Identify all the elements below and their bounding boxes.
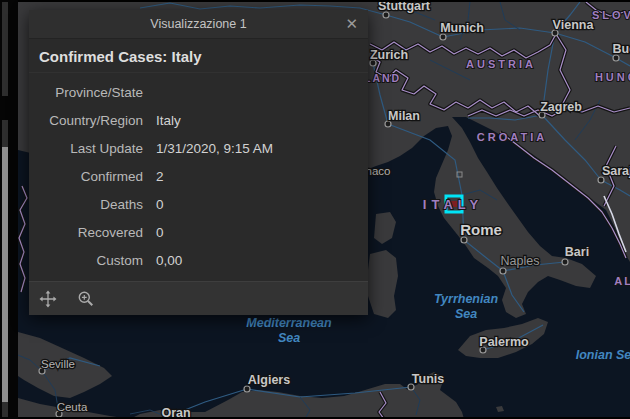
- city-dot: [562, 259, 568, 265]
- city-label: Zagreb: [540, 100, 582, 114]
- city-label: Bari: [565, 245, 589, 259]
- popup-fields: Province/StateCountry/RegionItalyLast Up…: [29, 73, 368, 281]
- city-label: Naples: [501, 254, 540, 268]
- field-row: Last Update1/31/2020, 9:15 AM: [39, 135, 358, 163]
- field-value: 2: [156, 163, 164, 191]
- scrollbar-track-top: [2, 2, 8, 96]
- pan-icon[interactable]: [39, 290, 57, 308]
- field-row: Deaths0: [39, 191, 358, 219]
- field-row: Country/RegionItaly: [39, 107, 358, 135]
- popup-window-title: Visualizzazione 1: [150, 17, 246, 31]
- scrollbar-track-mid: [2, 120, 8, 147]
- popup-title: Confirmed Cases: Italy: [29, 39, 368, 73]
- city-label: Oran: [161, 406, 190, 417]
- field-value: Italy: [156, 107, 181, 135]
- close-icon[interactable]: ✕: [345, 14, 358, 34]
- city-label: Stuttgart: [378, 2, 431, 13]
- city-label: Rome: [460, 221, 502, 238]
- sea-label: MediterraneanSea: [246, 316, 332, 345]
- city-dot: [500, 268, 506, 274]
- city-label: Zurich: [370, 48, 408, 62]
- field-value: 0,00: [156, 247, 182, 275]
- city-label: Budapest: [613, 42, 630, 56]
- city-label: Milan: [388, 109, 420, 123]
- scrollbar-thumb[interactable]: [2, 147, 8, 402]
- country-label: HUNGARY: [595, 71, 630, 83]
- city-label: Ceuta: [57, 401, 88, 413]
- field-row: Recovered0: [39, 219, 358, 247]
- sea-label: TyrrhenianSea: [434, 292, 499, 321]
- country-label: ITALY: [423, 197, 483, 212]
- city-label: Palermo: [479, 335, 529, 349]
- field-label: Deaths: [39, 191, 143, 219]
- feature-popup: Visualizzazione 1 ✕ Confirmed Cases: Ita…: [29, 10, 368, 315]
- field-row: Custom0,00: [39, 247, 358, 275]
- field-label: Country/Region: [39, 107, 143, 135]
- field-row: Province/State: [39, 79, 358, 107]
- field-row: Confirmed2: [39, 163, 358, 191]
- city-label: Vienna: [553, 18, 595, 32]
- field-value: 1/31/2020, 9:15 AM: [156, 135, 273, 163]
- city-label: Algiers: [248, 373, 290, 387]
- country-label: CROATIA: [477, 131, 547, 143]
- field-label: Confirmed: [39, 163, 143, 191]
- field-label: Custom: [39, 247, 143, 275]
- border-casing: [19, 186, 27, 292]
- city-label: Munich: [440, 21, 484, 35]
- background-panel-strip: [0, 0, 18, 419]
- popup-footer: [29, 281, 368, 315]
- screen: { "popup": { "window_title": "Visualizza…: [0, 0, 630, 419]
- field-label: Last Update: [39, 135, 143, 163]
- popup-header[interactable]: Visualizzazione 1 ✕: [29, 10, 368, 39]
- country-label: SLOVAKIA: [592, 9, 630, 21]
- city-label: Tunis: [412, 372, 444, 386]
- bottom-edge: [0, 0, 630, 2]
- zoom-in-icon[interactable]: [77, 290, 95, 308]
- field-label: Recovered: [39, 219, 143, 247]
- field-label: Province/State: [39, 79, 143, 107]
- city-label: Sarajevo: [602, 164, 630, 178]
- field-value: 0: [156, 219, 164, 247]
- field-value: 0: [156, 191, 164, 219]
- country-label: AUSTRIA: [466, 58, 536, 70]
- sea-label: Ionian Sea: [576, 348, 630, 362]
- city-label: Seville: [41, 358, 75, 370]
- country-label: ALBANIA: [614, 275, 630, 287]
- scrollbar-track-bottom: [2, 402, 8, 417]
